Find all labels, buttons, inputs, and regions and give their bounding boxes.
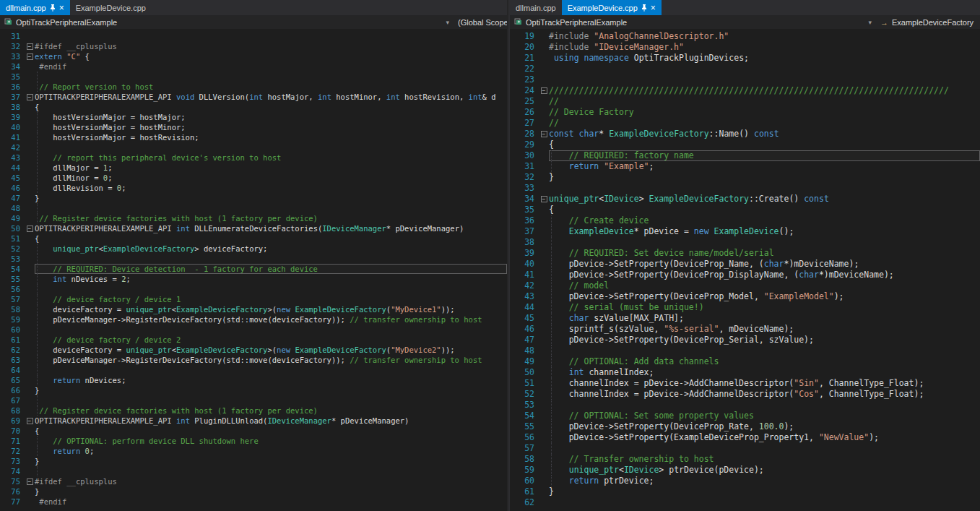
collapse-region-icon[interactable]: −	[541, 196, 547, 202]
code-editor[interactable]: 19#include "AnalogChannelDescriptor.h"20…	[510, 29, 980, 511]
code-text[interactable]	[35, 284, 507, 294]
line-number[interactable]: 46	[510, 324, 539, 335]
code-text[interactable]: OPTITRACKPERIPHERALEXAMPLE_API int DLLEn…	[35, 223, 507, 233]
code-text[interactable]: {	[35, 233, 507, 244]
line-number[interactable]: 19	[510, 31, 539, 42]
code-line-current[interactable]: 30 // REQUIRED: factory name	[510, 150, 980, 161]
code-text[interactable]	[549, 183, 980, 194]
line-number[interactable]: 40	[510, 259, 539, 270]
code-text[interactable]: // REQUIRED: factory name	[549, 150, 980, 161]
code-line[interactable]: 53	[0, 254, 507, 264]
line-number[interactable]: 34	[0, 61, 25, 72]
line-number[interactable]: 58	[510, 454, 539, 465]
line-number[interactable]: 55	[0, 274, 25, 284]
line-number[interactable]: 61	[0, 335, 25, 345]
collapse-region-icon[interactable]: −	[27, 226, 33, 232]
code-line[interactable]: 37 ExampleDevice* pDevice = new ExampleD…	[510, 226, 980, 237]
code-line[interactable]: 48	[510, 345, 980, 356]
line-number[interactable]: 55	[510, 421, 539, 432]
code-line[interactable]: 49 // Register device factories with hos…	[0, 213, 507, 223]
code-text[interactable]: // Device Factory	[549, 107, 980, 118]
line-number[interactable]: 37	[0, 92, 25, 102]
code-line[interactable]: 29{	[510, 139, 980, 150]
line-number[interactable]: 51	[0, 233, 25, 244]
line-number[interactable]: 64	[0, 365, 25, 375]
line-number[interactable]: 36	[0, 82, 25, 92]
code-text[interactable]: return ptrDevice;	[549, 476, 980, 486]
code-text[interactable]: return "Example";	[549, 161, 980, 172]
code-text[interactable]: dllMinor = 0;	[35, 173, 507, 183]
code-text[interactable]: #ifdef __cplusplus	[35, 41, 507, 51]
line-number[interactable]: 48	[0, 203, 25, 213]
code-line[interactable]: 24−/////////////////////////////////////…	[510, 85, 980, 96]
line-number[interactable]: 56	[510, 432, 539, 443]
line-number[interactable]: 59	[0, 314, 25, 325]
project-dropdown[interactable]: OptiTrackPeripheralExample ▾	[0, 15, 454, 29]
code-text[interactable]: OPTITRACKPERIPHERALEXAMPLE_API int Plugi…	[35, 416, 507, 426]
code-line[interactable]: 50 int channelIndex;	[510, 367, 980, 378]
code-line[interactable]: 33	[510, 183, 980, 194]
code-text[interactable]: }	[35, 486, 507, 497]
code-text[interactable]: hostVersionMajor = hostMinor;	[35, 122, 507, 132]
line-number[interactable]: 34	[510, 194, 539, 205]
code-line[interactable]: 21 using namespace OptiTrackPluginDevice…	[510, 53, 980, 64]
code-text[interactable]	[549, 400, 980, 411]
pin-icon[interactable]	[641, 4, 647, 12]
code-line[interactable]: 35{	[510, 205, 980, 215]
code-text[interactable]: // Transfer ownership to host	[549, 454, 980, 465]
code-line[interactable]: 44 // serial (must be unique!)	[510, 302, 980, 313]
code-text[interactable]: pDeviceManager->RegisterDeviceFactory(st…	[35, 314, 507, 325]
code-text[interactable]: pDevice->SetProperty(DeviceProp_Model, "…	[549, 291, 980, 302]
code-line[interactable]: 63 pDeviceManager->RegisterDeviceFactory…	[0, 355, 507, 365]
code-text[interactable]: int nDevices = 2;	[35, 274, 507, 284]
code-line[interactable]: 62 deviceFactory = unique_ptr<ExampleDev…	[0, 345, 507, 355]
code-line[interactable]: 39 // REQUIRED: Set device name/model/se…	[510, 248, 980, 259]
line-number[interactable]: 30	[510, 150, 539, 161]
code-line[interactable]: 59 unique_ptr<IDevice> ptrDevice(pDevice…	[510, 465, 980, 476]
line-number[interactable]: 75	[0, 476, 25, 486]
code-line[interactable]: 72 return 0;	[0, 446, 507, 456]
line-number[interactable]: 57	[510, 443, 539, 454]
project-dropdown[interactable]: OptiTrackPeripheralExample ▾	[510, 15, 876, 29]
line-number[interactable]: 28	[510, 129, 539, 139]
code-line[interactable]: 66}	[0, 385, 507, 395]
code-line[interactable]: 41 hostVersionMajor = hostRevision;	[0, 132, 507, 142]
line-number[interactable]: 51	[510, 378, 539, 389]
line-number[interactable]: 35	[0, 72, 25, 82]
code-line[interactable]: 45 dllMinor = 0;	[0, 173, 507, 183]
code-text[interactable]: deviceFactory = unique_ptr<ExampleDevice…	[35, 345, 507, 355]
code-line[interactable]: 76}	[0, 486, 507, 497]
tab-exampledevice-cpp[interactable]: ExampleDevice.cpp	[70, 0, 152, 15]
line-number[interactable]: 53	[0, 254, 25, 264]
code-text[interactable]	[549, 443, 980, 454]
code-line[interactable]: 49 // OPTIONAL: Add data channels	[510, 356, 980, 367]
code-line[interactable]: 38{	[0, 102, 507, 112]
code-line[interactable]: 60 return ptrDevice;	[510, 476, 980, 486]
code-text[interactable]	[549, 64, 980, 74]
code-line[interactable]: 50−OPTITRACKPERIPHERALEXAMPLE_API int DL…	[0, 223, 507, 233]
close-icon[interactable]: ×	[651, 4, 656, 12]
code-line[interactable]: 43 pDevice->SetProperty(DeviceProp_Model…	[510, 291, 980, 302]
code-text[interactable]	[35, 365, 507, 375]
line-number[interactable]: 24	[510, 85, 539, 96]
code-text[interactable]: //	[549, 96, 980, 107]
code-text[interactable]: sprintf_s(szValue, "%s-serial", mDeviceN…	[549, 324, 980, 335]
line-number[interactable]: 66	[0, 385, 25, 395]
code-line[interactable]: 54 // OPTIONAL: Set some property values	[510, 411, 980, 421]
line-number[interactable]: 54	[510, 411, 539, 421]
code-text[interactable]: pDeviceManager->RegisterDeviceFactory(st…	[35, 355, 507, 365]
line-number[interactable]: 45	[510, 313, 539, 324]
code-line[interactable]: 55 pDevice->SetProperty(DeviceProp_Rate,…	[510, 421, 980, 432]
code-text[interactable]: pDevice->SetProperty(DeviceProp_Rate, 10…	[549, 421, 980, 432]
code-text[interactable]: pDevice->SetProperty(DeviceProp_DisplayN…	[549, 270, 980, 280]
line-number[interactable]: 37	[510, 226, 539, 237]
code-text[interactable]: // device factory / device 1	[35, 294, 507, 304]
code-text[interactable]: return nDevices;	[35, 375, 507, 385]
tab-exampledevice-cpp[interactable]: ExampleDevice.cpp ×	[562, 0, 662, 15]
code-line[interactable]: 40 pDevice->SetProperty(DeviceProp_Name,…	[510, 259, 980, 270]
code-text[interactable]: deviceFactory = unique_ptr<ExampleDevice…	[35, 304, 507, 314]
line-number[interactable]: 63	[0, 355, 25, 365]
line-number[interactable]: 42	[0, 142, 25, 153]
code-text[interactable]: // OPTIONAL: Set some property values	[549, 411, 980, 421]
code-text[interactable]: // model	[549, 280, 980, 291]
